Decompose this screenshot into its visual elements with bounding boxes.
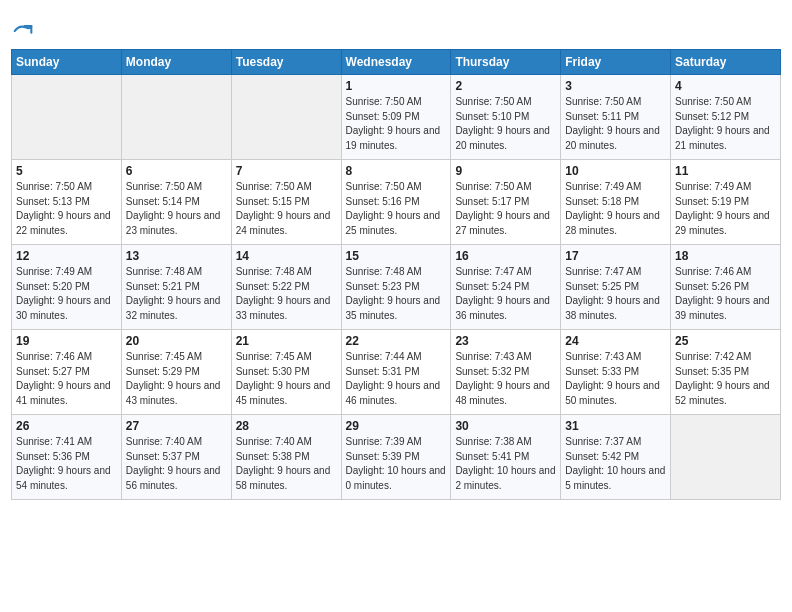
- cell-detail: Sunrise: 7:47 AMSunset: 5:25 PMDaylight:…: [565, 265, 666, 323]
- calendar-cell: 16Sunrise: 7:47 AMSunset: 5:24 PMDayligh…: [451, 245, 561, 330]
- day-number: 15: [346, 249, 447, 263]
- calendar-cell: 24Sunrise: 7:43 AMSunset: 5:33 PMDayligh…: [561, 330, 671, 415]
- day-number: 6: [126, 164, 227, 178]
- cell-detail: Sunrise: 7:50 AMSunset: 5:10 PMDaylight:…: [455, 95, 556, 153]
- cell-detail: Sunrise: 7:49 AMSunset: 5:18 PMDaylight:…: [565, 180, 666, 238]
- cell-detail: Sunrise: 7:43 AMSunset: 5:33 PMDaylight:…: [565, 350, 666, 408]
- calendar-week-row: 1Sunrise: 7:50 AMSunset: 5:09 PMDaylight…: [12, 75, 781, 160]
- calendar-week-row: 26Sunrise: 7:41 AMSunset: 5:36 PMDayligh…: [12, 415, 781, 500]
- calendar-cell: [12, 75, 122, 160]
- weekday-header-friday: Friday: [561, 50, 671, 75]
- calendar-cell: 14Sunrise: 7:48 AMSunset: 5:22 PMDayligh…: [231, 245, 341, 330]
- cell-detail: Sunrise: 7:42 AMSunset: 5:35 PMDaylight:…: [675, 350, 776, 408]
- day-number: 2: [455, 79, 556, 93]
- calendar-cell: 10Sunrise: 7:49 AMSunset: 5:18 PMDayligh…: [561, 160, 671, 245]
- cell-detail: Sunrise: 7:50 AMSunset: 5:14 PMDaylight:…: [126, 180, 227, 238]
- day-number: 8: [346, 164, 447, 178]
- day-number: 13: [126, 249, 227, 263]
- calendar-cell: [231, 75, 341, 160]
- calendar-cell: 8Sunrise: 7:50 AMSunset: 5:16 PMDaylight…: [341, 160, 451, 245]
- day-number: 7: [236, 164, 337, 178]
- calendar-cell: 19Sunrise: 7:46 AMSunset: 5:27 PMDayligh…: [12, 330, 122, 415]
- day-number: 31: [565, 419, 666, 433]
- cell-detail: Sunrise: 7:43 AMSunset: 5:32 PMDaylight:…: [455, 350, 556, 408]
- weekday-header-tuesday: Tuesday: [231, 50, 341, 75]
- calendar-cell: 21Sunrise: 7:45 AMSunset: 5:30 PMDayligh…: [231, 330, 341, 415]
- cell-detail: Sunrise: 7:50 AMSunset: 5:12 PMDaylight:…: [675, 95, 776, 153]
- calendar-cell: 1Sunrise: 7:50 AMSunset: 5:09 PMDaylight…: [341, 75, 451, 160]
- cell-detail: Sunrise: 7:40 AMSunset: 5:38 PMDaylight:…: [236, 435, 337, 493]
- day-number: 27: [126, 419, 227, 433]
- cell-detail: Sunrise: 7:41 AMSunset: 5:36 PMDaylight:…: [16, 435, 117, 493]
- day-number: 3: [565, 79, 666, 93]
- day-number: 23: [455, 334, 556, 348]
- calendar-cell: 2Sunrise: 7:50 AMSunset: 5:10 PMDaylight…: [451, 75, 561, 160]
- cell-detail: Sunrise: 7:50 AMSunset: 5:15 PMDaylight:…: [236, 180, 337, 238]
- calendar-cell: 30Sunrise: 7:38 AMSunset: 5:41 PMDayligh…: [451, 415, 561, 500]
- day-number: 11: [675, 164, 776, 178]
- calendar-cell: 23Sunrise: 7:43 AMSunset: 5:32 PMDayligh…: [451, 330, 561, 415]
- calendar-cell: 18Sunrise: 7:46 AMSunset: 5:26 PMDayligh…: [671, 245, 781, 330]
- day-number: 9: [455, 164, 556, 178]
- calendar-cell: 3Sunrise: 7:50 AMSunset: 5:11 PMDaylight…: [561, 75, 671, 160]
- calendar-cell: 20Sunrise: 7:45 AMSunset: 5:29 PMDayligh…: [121, 330, 231, 415]
- day-number: 4: [675, 79, 776, 93]
- calendar-cell: 25Sunrise: 7:42 AMSunset: 5:35 PMDayligh…: [671, 330, 781, 415]
- day-number: 25: [675, 334, 776, 348]
- logo-area: [11, 20, 33, 41]
- calendar-cell: 17Sunrise: 7:47 AMSunset: 5:25 PMDayligh…: [561, 245, 671, 330]
- calendar-table: SundayMondayTuesdayWednesdayThursdayFrid…: [11, 49, 781, 500]
- day-number: 21: [236, 334, 337, 348]
- day-number: 17: [565, 249, 666, 263]
- cell-detail: Sunrise: 7:45 AMSunset: 5:30 PMDaylight:…: [236, 350, 337, 408]
- cell-detail: Sunrise: 7:44 AMSunset: 5:31 PMDaylight:…: [346, 350, 447, 408]
- cell-detail: Sunrise: 7:46 AMSunset: 5:26 PMDaylight:…: [675, 265, 776, 323]
- calendar-cell: 9Sunrise: 7:50 AMSunset: 5:17 PMDaylight…: [451, 160, 561, 245]
- weekday-header-wednesday: Wednesday: [341, 50, 451, 75]
- day-number: 22: [346, 334, 447, 348]
- page-container: SundayMondayTuesdayWednesdayThursdayFrid…: [11, 10, 781, 500]
- cell-detail: Sunrise: 7:48 AMSunset: 5:23 PMDaylight:…: [346, 265, 447, 323]
- weekday-header-saturday: Saturday: [671, 50, 781, 75]
- weekday-header-row: SundayMondayTuesdayWednesdayThursdayFrid…: [12, 50, 781, 75]
- cell-detail: Sunrise: 7:50 AMSunset: 5:16 PMDaylight:…: [346, 180, 447, 238]
- cell-detail: Sunrise: 7:40 AMSunset: 5:37 PMDaylight:…: [126, 435, 227, 493]
- cell-detail: Sunrise: 7:38 AMSunset: 5:41 PMDaylight:…: [455, 435, 556, 493]
- cell-detail: Sunrise: 7:48 AMSunset: 5:21 PMDaylight:…: [126, 265, 227, 323]
- cell-detail: Sunrise: 7:37 AMSunset: 5:42 PMDaylight:…: [565, 435, 666, 493]
- logo: [11, 20, 33, 41]
- cell-detail: Sunrise: 7:47 AMSunset: 5:24 PMDaylight:…: [455, 265, 556, 323]
- cell-detail: Sunrise: 7:49 AMSunset: 5:20 PMDaylight:…: [16, 265, 117, 323]
- cell-detail: Sunrise: 7:39 AMSunset: 5:39 PMDaylight:…: [346, 435, 447, 493]
- calendar-cell: 4Sunrise: 7:50 AMSunset: 5:12 PMDaylight…: [671, 75, 781, 160]
- calendar-cell: 27Sunrise: 7:40 AMSunset: 5:37 PMDayligh…: [121, 415, 231, 500]
- calendar-week-row: 19Sunrise: 7:46 AMSunset: 5:27 PMDayligh…: [12, 330, 781, 415]
- calendar-cell: 5Sunrise: 7:50 AMSunset: 5:13 PMDaylight…: [12, 160, 122, 245]
- calendar-cell: 13Sunrise: 7:48 AMSunset: 5:21 PMDayligh…: [121, 245, 231, 330]
- day-number: 28: [236, 419, 337, 433]
- logo-icon: [13, 21, 33, 41]
- day-number: 10: [565, 164, 666, 178]
- cell-detail: Sunrise: 7:50 AMSunset: 5:11 PMDaylight:…: [565, 95, 666, 153]
- calendar-cell: [671, 415, 781, 500]
- calendar-cell: 31Sunrise: 7:37 AMSunset: 5:42 PMDayligh…: [561, 415, 671, 500]
- calendar-cell: 6Sunrise: 7:50 AMSunset: 5:14 PMDaylight…: [121, 160, 231, 245]
- day-number: 18: [675, 249, 776, 263]
- calendar-cell: 29Sunrise: 7:39 AMSunset: 5:39 PMDayligh…: [341, 415, 451, 500]
- day-number: 20: [126, 334, 227, 348]
- day-number: 24: [565, 334, 666, 348]
- day-number: 26: [16, 419, 117, 433]
- calendar-week-row: 12Sunrise: 7:49 AMSunset: 5:20 PMDayligh…: [12, 245, 781, 330]
- calendar-cell: [121, 75, 231, 160]
- calendar-cell: 15Sunrise: 7:48 AMSunset: 5:23 PMDayligh…: [341, 245, 451, 330]
- cell-detail: Sunrise: 7:49 AMSunset: 5:19 PMDaylight:…: [675, 180, 776, 238]
- calendar-cell: 11Sunrise: 7:49 AMSunset: 5:19 PMDayligh…: [671, 160, 781, 245]
- calendar-week-row: 5Sunrise: 7:50 AMSunset: 5:13 PMDaylight…: [12, 160, 781, 245]
- day-number: 5: [16, 164, 117, 178]
- day-number: 16: [455, 249, 556, 263]
- header: [11, 10, 781, 49]
- weekday-header-monday: Monday: [121, 50, 231, 75]
- weekday-header-thursday: Thursday: [451, 50, 561, 75]
- cell-detail: Sunrise: 7:45 AMSunset: 5:29 PMDaylight:…: [126, 350, 227, 408]
- day-number: 29: [346, 419, 447, 433]
